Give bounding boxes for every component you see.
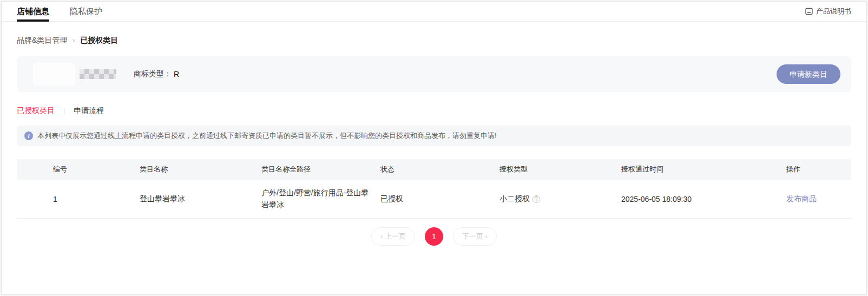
header-actions: 操作 xyxy=(786,165,851,174)
breadcrumb-parent[interactable]: 品牌&类目管理 xyxy=(17,36,67,45)
tab-store-info[interactable]: 店铺信息 xyxy=(17,2,49,21)
pagination: ‹ 上一页 1 下一页 › xyxy=(2,227,866,246)
page-number-current[interactable]: 1 xyxy=(425,227,443,246)
prev-page-button[interactable]: ‹ 上一页 xyxy=(371,227,415,246)
header-auth-type: 授权类型 xyxy=(499,165,621,174)
header-category-path: 类目名称全路径 xyxy=(261,165,380,174)
cell-no: 1 xyxy=(53,195,140,203)
product-manual-label: 产品说明书 xyxy=(816,6,851,16)
category-subtabs: 已授权类目 | 申请流程 xyxy=(2,92,866,116)
publish-product-link[interactable]: 发布商品 xyxy=(786,194,817,203)
table-header-row: 编号 类目名称 类目名称全路径 状态 授权类型 授权通过时间 操作 xyxy=(17,159,851,180)
subtab-application-process[interactable]: 申请流程 xyxy=(74,106,104,116)
apply-new-category-button[interactable]: 申请新类目 xyxy=(777,64,840,84)
header-status: 状态 xyxy=(380,165,499,174)
cell-auth-time: 2025-06-05 18:09:30 xyxy=(621,195,786,203)
cell-status: 已授权 xyxy=(380,194,499,204)
brand-name-censored xyxy=(80,69,116,79)
top-tabbar: 店铺信息 隐私保护 产品说明书 xyxy=(2,2,866,22)
header-category-name: 类目名称 xyxy=(140,165,261,174)
tab-privacy[interactable]: 隐私保护 xyxy=(70,2,102,21)
breadcrumb: 品牌&类目管理 › 已授权类目 xyxy=(2,22,866,45)
cell-auth-type: 小二授权 ? xyxy=(499,194,621,204)
cell-category-path: 户外/登山/野营/旅行用品-登山攀岩攀冰 xyxy=(261,187,370,211)
brand-banner: 商标类型： R 申请新类目 xyxy=(17,56,851,92)
next-page-button[interactable]: 下一页 › xyxy=(453,227,497,246)
trademark-type-value: R xyxy=(174,70,179,78)
subtab-divider: | xyxy=(63,107,65,115)
store-settings-page: 店铺信息 隐私保护 产品说明书 品牌&类目管理 › 已授权类目 商标类型： R … xyxy=(1,1,867,295)
breadcrumb-separator-icon: › xyxy=(73,37,75,44)
table-row: 1 登山攀岩攀冰 户外/登山/野营/旅行用品-登山攀岩攀冰 已授权 小二授权 ?… xyxy=(17,180,851,219)
breadcrumb-current: 已授权类目 xyxy=(80,36,118,45)
trademark-type-label: 商标类型： xyxy=(134,69,172,79)
brand-logo-blurred xyxy=(33,63,75,85)
info-icon: i xyxy=(24,131,33,140)
product-manual-link[interactable]: 产品说明书 xyxy=(805,6,851,16)
header-auth-time: 授权通过时间 xyxy=(621,165,786,174)
notice-text: 本列表中仅展示您通过线上流程申请的类目授权，之前通过线下邮寄资质已申请的类目暂不… xyxy=(37,131,497,141)
question-mark-icon[interactable]: ? xyxy=(532,195,540,203)
cell-category-name: 登山攀岩攀冰 xyxy=(140,194,261,204)
notice-banner: i 本列表中仅展示您通过线上流程申请的类目授权，之前通过线下邮寄资质已申请的类目… xyxy=(17,126,851,146)
header-no: 编号 xyxy=(53,165,140,174)
subtab-authorized-categories[interactable]: 已授权类目 xyxy=(17,106,55,116)
authorized-categories-table: 编号 类目名称 类目名称全路径 状态 授权类型 授权通过时间 操作 1 登山攀岩… xyxy=(17,159,851,219)
auth-type-text: 小二授权 xyxy=(499,194,530,204)
document-icon xyxy=(805,8,813,15)
